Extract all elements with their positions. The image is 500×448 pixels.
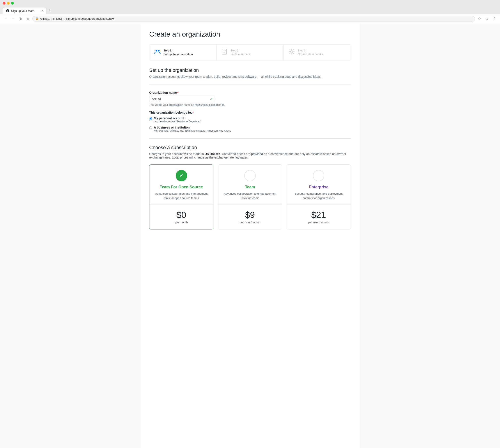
step-3: Step 3: Organization details xyxy=(284,45,350,60)
setup-section-title: Set up the organization xyxy=(149,67,351,73)
steps-bar: Step 1: Set up the organization Step 2: … xyxy=(149,45,351,61)
org-name-check-icon: ✓ xyxy=(210,97,213,101)
browser-chrome: G Sign up your team × + ← → ↻ ⌂ 🔒 GitHub… xyxy=(0,0,500,23)
step-1: Step 1: Set up the organization xyxy=(150,45,217,60)
section-divider-1 xyxy=(149,84,351,85)
plan-team-period: per user / month xyxy=(222,221,277,224)
radio-personal-hint: i.e., beedemo-dev (Beedemo Developer) xyxy=(154,120,201,123)
check-icon: ✓ xyxy=(180,173,183,178)
step-1-info: Step 1: Set up the organization xyxy=(164,49,193,56)
plan-enterprise-radio[interactable] xyxy=(313,170,324,181)
url-address: github.com/account/organizations/new xyxy=(66,17,114,20)
lock-icon: 🔒 xyxy=(35,17,39,20)
plan-enterprise-desc: Security, compliance, and deployment con… xyxy=(291,192,346,200)
org-name-label: Organization name* xyxy=(149,91,351,94)
tab-close-icon[interactable]: × xyxy=(41,9,43,13)
page-title: Create an organization xyxy=(149,30,351,38)
url-separator: | xyxy=(64,17,64,20)
plan-team-name: Team xyxy=(222,185,277,189)
plan-open-source-period: per month xyxy=(154,221,209,224)
new-tab-button[interactable]: + xyxy=(47,6,53,14)
radio-business[interactable]: A business or institution For example: G… xyxy=(149,126,351,132)
org-name-input[interactable] xyxy=(149,96,215,102)
plan-team-pricing: $9 per user / month xyxy=(218,205,282,229)
close-button[interactable] xyxy=(3,2,5,5)
svg-point-2 xyxy=(156,50,157,51)
step-2-info: Step 2: Invite members xyxy=(231,49,250,56)
plan-open-source-radio[interactable]: ✓ xyxy=(176,170,187,181)
address-bar[interactable]: 🔒 GitHub, Inc. [US] | github.com/account… xyxy=(33,16,475,21)
subscription-desc: Charges to your account will be made in … xyxy=(149,152,351,159)
section-divider-2 xyxy=(149,138,351,139)
svg-rect-8 xyxy=(223,52,225,53)
plan-open-source-desc: Advanced collaboration and management to… xyxy=(154,192,209,200)
plan-enterprise-period: per user / month xyxy=(291,221,346,224)
page-content: Create an organization Step 1: Set up th… xyxy=(140,23,360,448)
browser-titlebar xyxy=(0,0,500,6)
svg-text:G: G xyxy=(7,10,8,12)
setup-section-description: Organization accounts allow your team to… xyxy=(149,75,351,78)
home-button[interactable]: ⌂ xyxy=(25,16,31,22)
step-3-name: Organization details xyxy=(298,52,323,56)
menu-button[interactable]: ⋮ xyxy=(491,16,497,22)
radio-personal-label: My personal account xyxy=(154,116,201,120)
browser-toolbar: ← → ↻ ⌂ 🔒 GitHub, Inc. [US] | github.com… xyxy=(0,14,500,23)
required-star-belongs: * xyxy=(192,111,193,114)
radio-group: My personal account i.e., beedemo-dev (B… xyxy=(149,116,351,132)
minimize-button[interactable] xyxy=(7,2,10,5)
plan-open-source-name: Team For Open Source xyxy=(154,185,209,189)
org-name-input-wrapper: ✓ xyxy=(149,96,215,102)
url-company: GitHub, Inc. [US] xyxy=(40,17,62,20)
tab-title: Sign up your team xyxy=(11,9,34,13)
plan-team-desc: Advanced collaboration and management to… xyxy=(222,192,277,200)
reload-button[interactable]: ↻ xyxy=(17,16,24,22)
radio-business-content: A business or institution For example: G… xyxy=(154,126,231,132)
back-button[interactable]: ← xyxy=(3,16,9,22)
maximize-button[interactable] xyxy=(11,2,14,5)
required-star-name: * xyxy=(177,91,178,94)
subscription-title: Choose a subscription xyxy=(149,145,351,150)
radio-personal-content: My personal account i.e., beedemo-dev (B… xyxy=(154,116,201,123)
svg-rect-7 xyxy=(223,52,226,52)
plan-enterprise[interactable]: Enterprise Security, compliance, and dep… xyxy=(287,164,351,229)
plan-open-source-price: $0 xyxy=(154,210,209,220)
step-2-label: Step 2: xyxy=(231,49,250,52)
step-2-name: Invite members xyxy=(231,52,250,56)
radio-personal[interactable]: My personal account i.e., beedemo-dev (B… xyxy=(149,116,351,123)
step-3-icon xyxy=(288,48,295,57)
bookmark-button[interactable]: ☆ xyxy=(476,16,483,22)
svg-point-3 xyxy=(158,50,160,51)
plan-open-source-pricing: $0 per month xyxy=(150,205,213,229)
svg-rect-5 xyxy=(223,50,224,51)
step-3-label: Step 3: xyxy=(298,49,323,52)
step-1-icon xyxy=(154,48,161,57)
plan-team-price: $9 xyxy=(222,210,277,220)
tab-favicon: G xyxy=(6,9,9,13)
forward-button[interactable]: → xyxy=(10,16,16,22)
extensions-button[interactable]: ⊕ xyxy=(484,16,490,22)
browser-tab-bar: G Sign up your team × + xyxy=(0,6,500,14)
radio-business-hint: For example: GitHub, Inc., Example Insti… xyxy=(154,129,231,132)
plan-team[interactable]: Team Advanced collaboration and manageme… xyxy=(218,164,282,229)
subscription-section: Choose a subscription Charges to your ac… xyxy=(149,145,351,229)
plan-enterprise-pricing: $21 per user / month xyxy=(287,205,350,229)
org-name-group: Organization name* ✓ This will be your o… xyxy=(149,91,351,106)
step-2-icon xyxy=(221,48,228,57)
svg-point-9 xyxy=(291,50,293,53)
plan-team-radio[interactable] xyxy=(244,170,256,181)
toolbar-right: ☆ ⊕ ⋮ xyxy=(476,16,497,22)
browser-tab-active[interactable]: G Sign up your team × xyxy=(3,7,47,14)
plan-open-source[interactable]: ✓ Team For Open Source Advanced collabor… xyxy=(149,164,213,229)
plan-team-header: Team Advanced collaboration and manageme… xyxy=(218,165,282,205)
step-2: Step 2: Invite members xyxy=(217,45,283,60)
belongs-to-label: This organization belongs to:* xyxy=(149,111,351,114)
belongs-to-group: This organization belongs to:* My person… xyxy=(149,111,351,132)
radio-personal-input[interactable] xyxy=(149,117,152,120)
radio-business-label: A business or institution xyxy=(154,126,231,129)
plans-container: ✓ Team For Open Source Advanced collabor… xyxy=(149,164,351,229)
svg-rect-6 xyxy=(225,50,226,51)
plan-enterprise-header: Enterprise Security, compliance, and dep… xyxy=(287,165,350,205)
step-3-info: Step 3: Organization details xyxy=(298,49,323,56)
plan-enterprise-name: Enterprise xyxy=(291,185,346,189)
radio-business-input[interactable] xyxy=(149,126,152,129)
